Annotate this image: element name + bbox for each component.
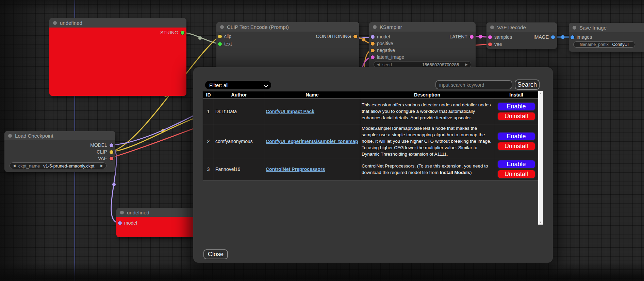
- cell-install: Enable Uninstall: [494, 158, 539, 180]
- seed-widget[interactable]: ◀ seed 156680208700286 ▶: [374, 61, 471, 68]
- input-port-positive[interactable]: positive: [371, 40, 393, 47]
- collapse-dot-icon[interactable]: [373, 25, 377, 29]
- widget-value: v1-5-pruned-emaonly.ckpt: [43, 163, 94, 169]
- search-button[interactable]: Search: [515, 80, 540, 90]
- extension-manager-dialog: Filter: all Search ID Author Name Descri…: [193, 67, 553, 263]
- node-title-bar[interactable]: Load Checkpoint: [4, 131, 115, 140]
- enable-button[interactable]: Enable: [497, 132, 535, 141]
- port-dot-icon[interactable]: [371, 55, 375, 59]
- node-error-body: [49, 28, 186, 96]
- decrement-arrow-icon[interactable]: ◀: [377, 63, 380, 66]
- uninstall-button[interactable]: Uninstall: [497, 112, 535, 121]
- output-port-clip[interactable]: CLIP: [97, 148, 113, 155]
- port-dot-icon[interactable]: [110, 143, 113, 147]
- output-port-image[interactable]: IMAGE: [533, 34, 555, 40]
- increment-arrow-icon[interactable]: ▶: [100, 164, 103, 168]
- input-port-model[interactable]: model: [371, 33, 390, 40]
- port-dot-icon[interactable]: [371, 49, 375, 52]
- search-input[interactable]: [435, 80, 512, 89]
- node-title: undefined: [60, 20, 82, 26]
- table-row: 3 Fannovel16 ControlNet Preprocessors Co…: [203, 158, 539, 180]
- cell-name: ComfyUI Impact Pack: [264, 99, 360, 124]
- node-vae-decode[interactable]: VAE Decode samples vae IMAGE: [486, 22, 557, 49]
- node-title: Save Image: [579, 25, 607, 31]
- input-port-negative[interactable]: negative: [371, 47, 395, 54]
- node-title-bar[interactable]: CLIP Text Encode (Prompt): [216, 22, 359, 32]
- cell-description: ControlNet Preprocessors. (To use this e…: [360, 158, 494, 180]
- header-id: ID: [203, 91, 214, 99]
- table-row: 1 Dr.Lt.Data ComfyUI Impact Pack This ex…: [203, 99, 539, 124]
- scroll-down-icon[interactable]: ▼: [539, 221, 542, 224]
- node-title-bar[interactable]: undefined: [49, 18, 186, 28]
- header-install: Install: [494, 91, 539, 99]
- cell-author: Dr.Lt.Data: [214, 99, 264, 124]
- uninstall-button[interactable]: Uninstall: [497, 142, 535, 151]
- collapse-dot-icon[interactable]: [53, 21, 57, 25]
- output-port-string[interactable]: STRING: [160, 29, 184, 36]
- port-dot-icon[interactable]: [488, 35, 492, 39]
- port-dot-icon[interactable]: [371, 42, 375, 46]
- ckpt-name-widget[interactable]: ◀ ckpt_name v1-5-pruned-emaonly.ckpt ▶: [10, 162, 106, 169]
- port-dot-icon[interactable]: [488, 42, 492, 46]
- node-title-bar[interactable]: Save Image: [569, 23, 644, 32]
- bold-install-models: Install Models: [440, 170, 470, 175]
- cell-id: 1: [203, 99, 214, 124]
- header-name: Name: [264, 91, 360, 99]
- node-clip-text-encode[interactable]: CLIP Text Encode (Prompt) clip text COND…: [216, 22, 359, 73]
- cell-name: ControlNet Preprocessors: [264, 158, 360, 180]
- port-dot-icon[interactable]: [218, 35, 222, 38]
- input-port-samples[interactable]: samples: [488, 34, 512, 40]
- input-port-vae[interactable]: vae: [488, 41, 502, 48]
- filename-prefix-widget[interactable]: filename_prefix ComfyUI: [573, 41, 635, 48]
- input-port-model[interactable]: model: [118, 219, 137, 226]
- extension-link[interactable]: ComfyUI_experiments/sampler_tonemap: [266, 139, 358, 144]
- cell-id: 3: [203, 158, 214, 180]
- extension-link[interactable]: ComfyUI Impact Pack: [266, 109, 314, 114]
- port-dot-icon[interactable]: [371, 35, 375, 39]
- collapse-dot-icon[interactable]: [8, 134, 12, 138]
- collapse-dot-icon[interactable]: [490, 25, 494, 29]
- decrement-arrow-icon[interactable]: ◀: [13, 164, 16, 168]
- output-port-vae[interactable]: VAE: [98, 155, 113, 162]
- cell-author: Fannovel16: [214, 158, 264, 180]
- port-dot-icon[interactable]: [181, 31, 184, 35]
- close-button[interactable]: Close: [203, 249, 228, 259]
- cell-install: Enable Uninstall: [494, 99, 539, 124]
- port-dot-icon[interactable]: [110, 157, 113, 160]
- node-title: undefined: [127, 210, 149, 215]
- collapse-dot-icon[interactable]: [120, 211, 124, 214]
- node-ksampler[interactable]: KSampler model positive negative latent_…: [369, 22, 476, 70]
- filter-select[interactable]: Filter: all: [205, 81, 271, 89]
- table-scrollbar[interactable]: ▲ ▼: [538, 91, 543, 225]
- node-undefined-top[interactable]: undefined STRING: [49, 18, 186, 96]
- collapse-dot-icon[interactable]: [220, 25, 224, 29]
- header-author: Author: [214, 91, 264, 99]
- node-save-image[interactable]: Save Image images filename_prefix ComfyU…: [569, 23, 644, 52]
- input-port-clip[interactable]: clip: [218, 33, 231, 40]
- node-title: Load Checkpoint: [15, 133, 53, 139]
- node-title-bar[interactable]: KSampler: [369, 22, 476, 32]
- uninstall-button[interactable]: Uninstall: [497, 170, 535, 179]
- scroll-up-icon[interactable]: ▲: [539, 92, 542, 95]
- port-dot-icon[interactable]: [118, 221, 122, 225]
- port-dot-icon[interactable]: [353, 35, 357, 38]
- port-dot-icon[interactable]: [470, 35, 474, 39]
- collapse-dot-icon[interactable]: [573, 26, 576, 30]
- input-port-latent-image[interactable]: latent_image: [371, 54, 404, 60]
- node-title: CLIP Text Encode (Prompt): [227, 24, 289, 30]
- port-dot-icon[interactable]: [571, 35, 574, 39]
- input-port-text[interactable]: text: [218, 40, 232, 47]
- output-port-latent[interactable]: LATENT: [449, 33, 474, 40]
- node-title-bar[interactable]: VAE Decode: [486, 22, 557, 32]
- increment-arrow-icon[interactable]: ▶: [465, 63, 468, 66]
- input-port-images[interactable]: images: [571, 34, 592, 40]
- port-dot-icon[interactable]: [218, 42, 222, 46]
- port-dot-icon[interactable]: [551, 35, 555, 39]
- output-port-conditioning[interactable]: CONDITIONING: [316, 33, 357, 40]
- enable-button[interactable]: Enable: [497, 160, 535, 169]
- output-port-model[interactable]: MODEL: [90, 142, 113, 148]
- port-dot-icon[interactable]: [110, 150, 113, 154]
- enable-button[interactable]: Enable: [497, 102, 535, 111]
- node-load-checkpoint[interactable]: Load Checkpoint MODEL CLIP VAE ◀ ckpt_na…: [4, 131, 115, 172]
- extension-link[interactable]: ControlNet Preprocessors: [266, 166, 325, 172]
